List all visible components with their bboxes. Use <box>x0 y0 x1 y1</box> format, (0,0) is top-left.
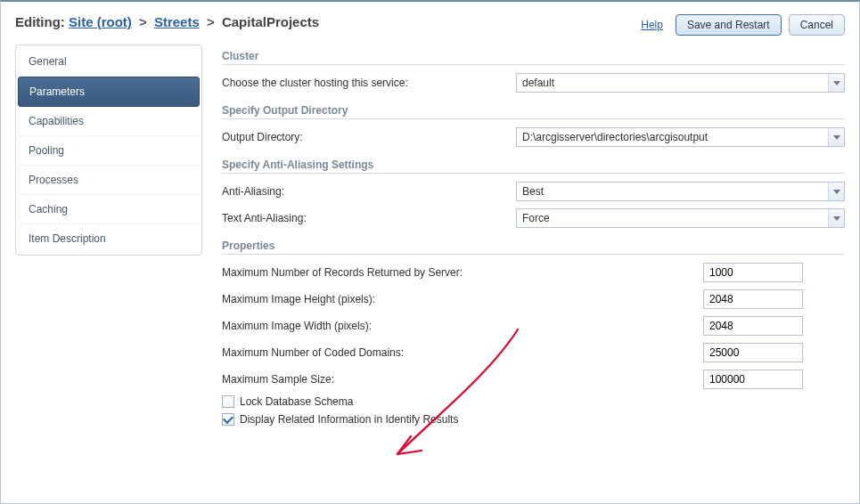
cluster-row: Choose the cluster hosting this service:… <box>222 72 845 93</box>
divider <box>222 118 845 119</box>
anti-aliasing-label: Anti-Aliasing: <box>222 185 516 198</box>
output-directory-value: D:\arcgisserver\directories\arcgisoutput <box>517 128 828 146</box>
breadcrumb-site-root[interactable]: Site (root) <box>69 14 132 29</box>
anti-aliasing-select[interactable]: Best <box>516 182 845 201</box>
breadcrumb-streets[interactable]: Streets <box>154 14 200 29</box>
section-title-properties: Properties <box>222 240 845 252</box>
editing-prefix: Editing: <box>15 14 65 29</box>
svg-marker-0 <box>833 81 840 85</box>
sidebar-item-capabilities[interactable]: Capabilities <box>18 107 200 136</box>
anti-aliasing-value: Best <box>517 183 828 200</box>
max-image-width-input[interactable] <box>703 316 803 336</box>
text-anti-aliasing-value: Force <box>517 209 828 227</box>
save-and-restart-button[interactable]: Save and Restart <box>676 14 782 36</box>
lock-database-schema-row: Lock Database Schema <box>222 395 845 408</box>
cluster-select[interactable]: default <box>516 73 845 93</box>
sidebar-item-processes[interactable]: Processes <box>18 166 200 195</box>
breadcrumb-current: CapitalProjects <box>222 14 319 29</box>
main-panel: Cluster Choose the cluster hosting this … <box>222 45 845 427</box>
breadcrumb: Editing: Site (root) > Streets > Capital… <box>15 14 319 29</box>
lock-database-schema-checkbox[interactable] <box>222 395 234 408</box>
divider <box>222 254 845 255</box>
svg-marker-1 <box>833 135 840 140</box>
svg-marker-2 <box>833 190 840 194</box>
section-title-output-directory: Specify Output Directory <box>222 104 845 117</box>
help-link[interactable]: Help <box>641 19 663 31</box>
max-records-input[interactable] <box>703 263 803 282</box>
section-title-cluster: Cluster <box>222 50 845 62</box>
breadcrumb-separator: > <box>135 14 151 29</box>
anti-aliasing-row: Anti-Aliasing: Best <box>222 181 845 202</box>
max-sample-size-label: Maximum Sample Size: <box>222 373 703 386</box>
sidebar-item-caching[interactable]: Caching <box>18 195 200 224</box>
max-coded-domains-input[interactable] <box>703 343 803 362</box>
max-image-height-input[interactable] <box>703 289 803 309</box>
display-related-checkbox[interactable] <box>222 413 234 426</box>
output-directory-row: Output Directory: D:\arcgisserver\direct… <box>222 126 845 148</box>
sidebar-item-item-description[interactable]: Item Description <box>18 224 200 253</box>
cluster-select-value: default <box>517 74 828 92</box>
sidebar-item-pooling[interactable]: Pooling <box>18 136 200 166</box>
output-directory-label: Output Directory: <box>222 131 516 143</box>
max-sample-size-input[interactable] <box>703 370 803 389</box>
header-actions: Help Save and Restart Cancel <box>641 14 845 36</box>
breadcrumb-separator: > <box>203 14 218 29</box>
max-sample-size-row: Maximum Sample Size: <box>222 369 845 390</box>
display-related-label: Display Related Information in Identify … <box>240 413 458 426</box>
header: Editing: Site (root) > Streets > Capital… <box>1 2 859 45</box>
max-coded-domains-row: Maximum Number of Coded Domains: <box>222 342 845 363</box>
text-anti-aliasing-label: Text Anti-Aliasing: <box>222 212 516 224</box>
chevron-down-icon <box>828 74 844 92</box>
text-anti-aliasing-select[interactable]: Force <box>516 208 845 228</box>
display-related-row: Display Related Information in Identify … <box>222 413 845 426</box>
sidebar-item-parameters[interactable]: Parameters <box>18 77 200 107</box>
content: General Parameters Capabilities Pooling … <box>1 45 859 442</box>
max-image-width-row: Maximum Image Width (pixels): <box>222 315 845 337</box>
divider <box>222 64 845 65</box>
max-records-row: Maximum Number of Records Returned by Se… <box>222 262 845 283</box>
lock-database-schema-label: Lock Database Schema <box>240 395 353 408</box>
section-title-anti-aliasing: Specify Anti-Aliasing Settings <box>222 159 845 171</box>
chevron-down-icon <box>828 209 844 227</box>
divider <box>222 173 845 174</box>
sidebar-item-general[interactable]: General <box>18 47 200 77</box>
max-image-height-label: Maximum Image Height (pixels): <box>222 293 703 305</box>
chevron-down-icon <box>828 183 844 200</box>
max-records-label: Maximum Number of Records Returned by Se… <box>222 266 703 279</box>
max-image-width-label: Maximum Image Width (pixels): <box>222 320 703 332</box>
max-image-height-row: Maximum Image Height (pixels): <box>222 289 845 310</box>
svg-marker-3 <box>833 216 840 221</box>
cancel-button[interactable]: Cancel <box>789 14 845 36</box>
output-directory-select[interactable]: D:\arcgisserver\directories\arcgisoutput <box>516 127 845 147</box>
sidebar: General Parameters Capabilities Pooling … <box>15 45 202 256</box>
cluster-label: Choose the cluster hosting this service: <box>222 77 516 89</box>
text-anti-aliasing-row: Text Anti-Aliasing: Force <box>222 207 845 229</box>
chevron-down-icon <box>828 128 844 146</box>
max-coded-domains-label: Maximum Number of Coded Domains: <box>222 346 703 359</box>
page: Editing: Site (root) > Streets > Capital… <box>0 0 860 504</box>
